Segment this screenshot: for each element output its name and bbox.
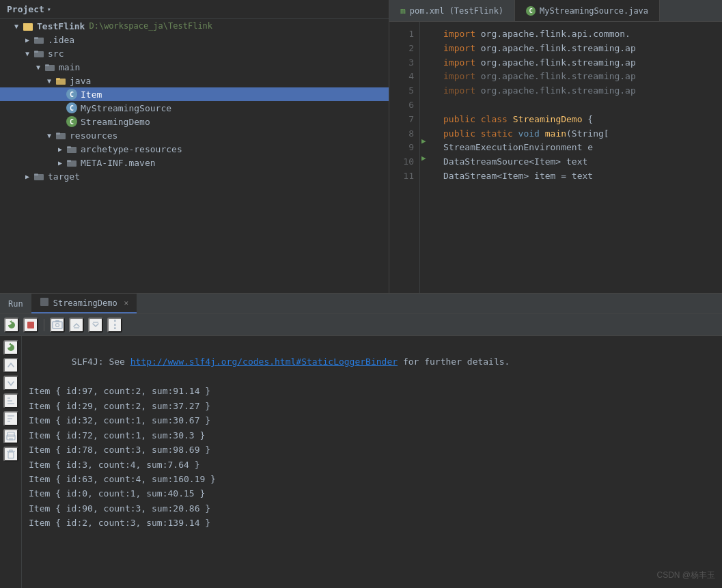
run-label: Run [8,299,23,309]
code-line-9: StreamExecutionEnvironment e [443,141,715,155]
code-line-7: public class StreamingDemo { [443,113,715,127]
svg-rect-7 [45,64,49,66]
code-panel: m pom.xml (TestFlink) C MyStreamingSourc… [389,0,722,293]
tree-item-src[interactable]: ▼ src [0,46,389,60]
tree-item-resources[interactable]: ▼ resources [0,128,389,142]
tree-item-mystreaming-label: MyStreamingSource [81,103,171,113]
slf4j-link[interactable]: http://www.slf4j.org/codes.html#StaticLo… [130,356,398,367]
svg-rect-34 [8,452,14,458]
side-rerun-button[interactable] [3,340,18,355]
side-arrow-up-button[interactable] [3,358,18,373]
svg-rect-18 [40,298,48,306]
svg-rect-17 [34,173,38,176]
rerun-button[interactable] [4,318,19,333]
svg-rect-13 [67,146,71,148]
tree-item-archetype-resources[interactable]: ▶ archetype-resources [0,142,389,156]
tree-item-testflink-path: D:\workspace_ja\TestFlink [89,21,212,31]
run-tab-bar: Run StreamingDemo ✕ [0,294,722,314]
svg-rect-19 [27,322,34,328]
scroll-up-button[interactable] [69,318,84,333]
code-line-1: import org.apache.flink.api.common. [443,27,715,42]
svg-rect-20 [53,322,62,328]
code-line-4: import org.apache.flink.streaming.ap [443,70,715,84]
output-line-3: Item { id:32, count:1, sum:30.67 } [29,413,715,428]
tab-run-label: Run [0,294,31,313]
project-tree: ▼ TestFlink D:\workspace_ja\TestFlink ▶ … [0,19,389,293]
side-sort-asc-button[interactable] [3,393,18,408]
tree-item-java[interactable]: ▼ java [0,74,389,87]
project-chevron-icon[interactable]: ▾ [47,5,51,13]
code-line-6 [443,98,715,113]
run-panel: Run StreamingDemo ✕ ⋮ [0,294,722,588]
tab-mystreaming-label: MyStreamingSource.java [540,6,648,16]
tree-item-item-label: Item [81,89,102,100]
project-label: Project [7,4,44,14]
folder-icon [55,130,67,141]
class-green-icon: C [66,116,78,127]
tree-item-resources-label: resources [70,130,117,141]
streaming-demo-close-btn[interactable]: ✕ [124,298,129,307]
tree-item-streamingdemo[interactable]: C StreamingDemo [0,115,389,128]
screenshot-button[interactable] [50,318,65,333]
project-header[interactable]: Project ▾ [0,0,389,19]
tree-item-item[interactable]: C Item [0,87,389,101]
streaming-demo-tab-label: StreamingDemo [53,298,117,308]
tree-item-idea[interactable]: ▶ .idea [0,33,389,46]
tree-item-archetype-label: archetype-resources [81,144,182,154]
more-icon: ⋮ [109,318,120,331]
editor-tab-bar: m pom.xml (TestFlink) C MyStreamingSourc… [389,0,722,22]
tree-item-streamingdemo-label: StreamingDemo [81,117,150,127]
stop-button[interactable] [23,318,38,333]
tab-streaming-demo[interactable]: StreamingDemo ✕ [31,294,137,313]
side-arrow-down-button[interactable] [3,376,18,391]
watermark: CSDN @杨丰玉 [656,570,715,581]
tree-item-main[interactable]: ▼ main [0,60,389,74]
tree-item-mystreaming[interactable]: C MyStreamingSource [0,101,389,115]
run-button-8[interactable]: ▶ [420,150,436,167]
tab-pom[interactable]: m pom.xml (TestFlink) [389,0,515,21]
tree-item-testflink[interactable]: ▼ TestFlink D:\workspace_ja\TestFlink [0,19,389,33]
run-button-7[interactable]: ▶ [420,132,436,150]
code-lines[interactable]: import org.apache.flink.api.common. impo… [436,22,722,293]
tree-item-java-label: java [70,76,91,86]
scroll-down-button[interactable] [88,318,103,333]
svg-point-21 [56,323,59,326]
svg-rect-3 [34,37,38,39]
svg-rect-15 [67,160,71,162]
tree-item-meta-inf[interactable]: ▶ META-INF.maven [0,156,389,169]
line-numbers: 1 2 3 4 5 6 7 8 9 10 11 [389,22,420,293]
output-line-10: Item { id:2, count:3, sum:139.14 } [29,516,715,530]
code-line-8: public static void main(String[ [443,127,715,141]
tree-item-main-label: main [59,62,80,72]
svg-rect-1 [23,23,27,25]
folder-icon [66,143,78,154]
run-side-toolbar [0,336,22,588]
svg-rect-11 [56,132,60,135]
side-trash-button[interactable] [3,447,18,462]
output-line-8: Item { id:0, count:1, sum:40.15 } [29,486,715,501]
more-button[interactable]: ⋮ [107,318,122,333]
code-line-11: DataStream<Item> item = text [443,169,715,184]
tree-item-metainf-label: META-INF.maven [81,158,156,168]
folder-icon [33,48,45,59]
output-line-4: Item { id:72, count:1, sum:30.3 } [29,428,715,443]
run-gutter: ▶ ▶ [420,22,436,293]
code-line-10: DataStreamSource<Item> text [443,155,715,169]
output-content[interactable]: SLF4J: See http://www.slf4j.org/codes.ht… [22,336,722,588]
class-icon: C [66,89,78,100]
svg-rect-31 [8,432,14,436]
output-line-2: Item { id:29, count:2, sum:37.27 } [29,399,715,413]
tree-item-target[interactable]: ▶ target [0,169,389,183]
side-sort-desc-button[interactable] [3,411,18,426]
svg-rect-9 [56,78,60,80]
output-line-5: Item { id:78, count:3, sum:98.69 } [29,443,715,457]
tree-item-idea-label: .idea [48,35,74,45]
run-output-area: SLF4J: See http://www.slf4j.org/codes.ht… [0,336,722,588]
run-toolbar: ⋮ [0,314,722,336]
folder-icon [44,61,56,72]
tree-item-src-label: src [48,48,64,59]
tab-mystreaming[interactable]: C MyStreamingSource.java [515,0,660,21]
mystreaming-icon: C [526,6,536,16]
output-line-slf4j: SLF4J: See http://www.slf4j.org/codes.ht… [29,340,715,384]
side-print-button[interactable] [3,429,18,444]
